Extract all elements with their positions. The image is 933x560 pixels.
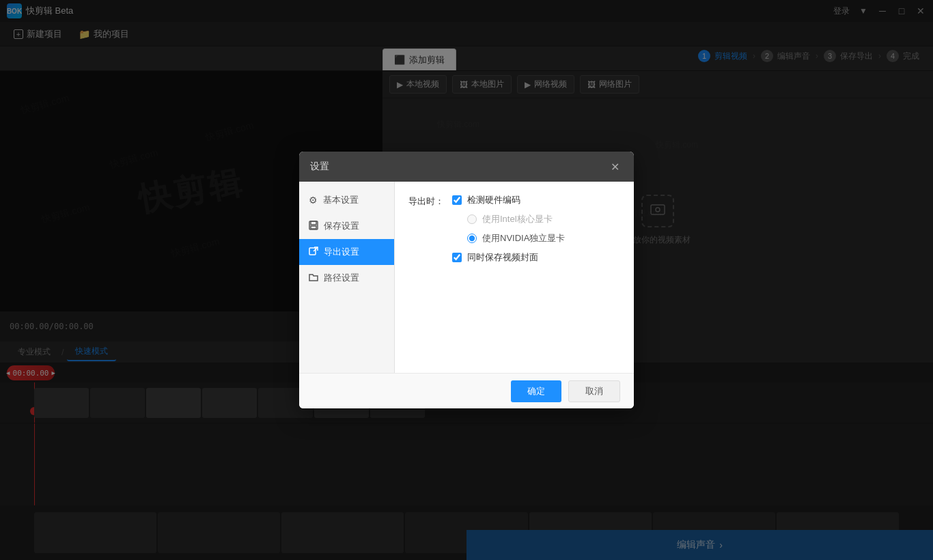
intel-radio[interactable] [467,214,477,224]
nav-save-icon [309,221,318,232]
dialog-header: 设置 ✕ [299,152,634,182]
ok-button[interactable]: 确定 [511,380,561,402]
export-settings-section: 导出时： 检测硬件编码 使用Intel核心显卡 [408,194,620,264]
export-options: 检测硬件编码 使用Intel核心显卡 使用NVIDIA独立显卡 [452,194,565,264]
dialog-close-button[interactable]: ✕ [607,158,623,175]
dialog-sidebar: ⚙ 基本设置 保存设置 [299,182,395,373]
hardware-encode-checkbox[interactable] [452,195,462,205]
save-cover-label: 同时保存视频封面 [467,251,538,264]
nav-path[interactable]: 路径设置 [299,265,394,291]
dialog-footer: 确定 取消 [299,373,634,408]
nvidia-label: 使用NVIDIA独立显卡 [482,232,565,244]
modal-overlay[interactable]: 设置 ✕ ⚙ 基本设置 保存 [0,0,933,560]
svg-rect-3 [311,221,316,225]
nav-basic-label: 基本设置 [323,194,359,206]
export-label: 导出时： [408,194,444,208]
intel-label: 使用Intel核心显卡 [482,213,553,225]
save-cover-row: 同时保存视频封面 [452,251,565,264]
nav-export[interactable]: 导出设置 [299,239,394,265]
save-cover-checkbox[interactable] [452,253,462,262]
hardware-encode-label: 检测硬件编码 [467,194,520,206]
svg-rect-5 [309,248,316,255]
intel-radio-row: 使用Intel核心显卡 [452,213,565,225]
nav-export-label: 导出设置 [324,246,359,258]
nav-path-label: 路径设置 [324,272,359,284]
nav-path-icon [309,272,318,284]
settings-dialog: 设置 ✕ ⚙ 基本设置 保存 [299,152,634,408]
nav-export-icon [309,247,318,258]
nvidia-radio-row: 使用NVIDIA独立显卡 [452,232,565,244]
nav-save[interactable]: 保存设置 [299,213,394,239]
hardware-encode-row: 检测硬件编码 [452,194,565,206]
cancel-button[interactable]: 取消 [568,380,620,402]
nvidia-radio[interactable] [467,234,477,243]
dialog-title: 设置 [310,160,329,173]
dialog-content: 导出时： 检测硬件编码 使用Intel核心显卡 [395,182,634,373]
nav-save-label: 保存设置 [324,220,359,232]
nav-basic-icon: ⚙ [309,195,318,206]
svg-rect-4 [311,226,316,229]
dialog-body: ⚙ 基本设置 保存设置 [299,182,634,373]
nav-basic[interactable]: ⚙ 基本设置 [299,187,394,213]
